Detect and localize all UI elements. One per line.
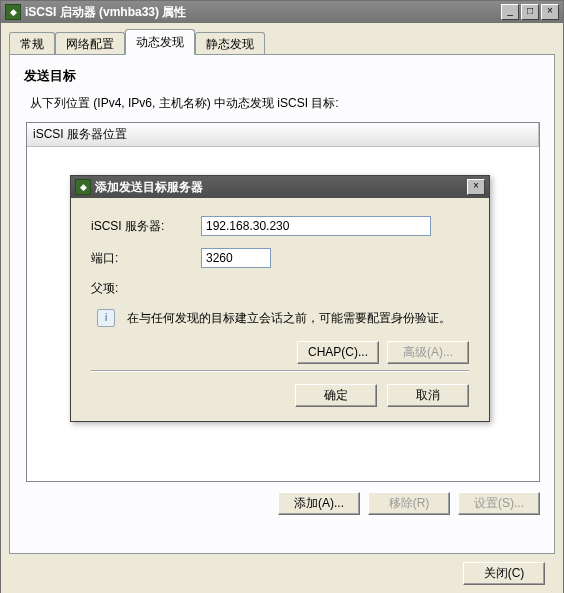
tab-general[interactable]: 常规 bbox=[9, 32, 55, 56]
iscsi-server-input[interactable] bbox=[201, 216, 431, 236]
app-icon: ◆ bbox=[75, 179, 91, 195]
instruction-text: 从下列位置 (IPv4, IPv6, 主机名称) 中动态发现 iSCSI 目标: bbox=[24, 95, 540, 112]
grid-header: iSCSI 服务器位置 bbox=[27, 123, 539, 147]
tab-dynamic-discovery[interactable]: 动态发现 bbox=[125, 29, 195, 55]
settings-button: 设置(S)... bbox=[458, 492, 540, 515]
tab-network[interactable]: 网络配置 bbox=[55, 32, 125, 56]
port-input[interactable] bbox=[201, 248, 271, 268]
close-button[interactable]: 关闭(C) bbox=[463, 562, 545, 585]
tab-bar: 常规 网络配置 动态发现 静态发现 bbox=[9, 29, 555, 55]
close-window-button[interactable]: × bbox=[541, 4, 559, 20]
info-icon: i bbox=[97, 309, 115, 327]
port-label: 端口: bbox=[91, 250, 201, 267]
window-title: iSCSI 启动器 (vmhba33) 属性 bbox=[25, 4, 499, 21]
parent-label: 父项: bbox=[91, 280, 201, 297]
iscsi-server-label: iSCSI 服务器: bbox=[91, 218, 201, 235]
section-heading: 发送目标 bbox=[24, 67, 540, 85]
cancel-button[interactable]: 取消 bbox=[387, 384, 469, 407]
app-icon: ◆ bbox=[5, 4, 21, 20]
remove-button: 移除(R) bbox=[368, 492, 450, 515]
add-target-server-dialog: ◆ 添加发送目标服务器 × iSCSI 服务器: 端口: 父项: i 在与任何发… bbox=[70, 175, 490, 422]
modal-close-button[interactable]: × bbox=[467, 179, 485, 195]
chap-button[interactable]: CHAP(C)... bbox=[297, 341, 379, 364]
advanced-button: 高级(A)... bbox=[387, 341, 469, 364]
modal-titlebar[interactable]: ◆ 添加发送目标服务器 × bbox=[71, 176, 489, 198]
separator bbox=[91, 370, 469, 372]
minimize-button[interactable]: _ bbox=[501, 4, 519, 20]
window-titlebar[interactable]: ◆ iSCSI 启动器 (vmhba33) 属性 _ □ × bbox=[1, 1, 563, 23]
column-header-location[interactable]: iSCSI 服务器位置 bbox=[27, 123, 539, 146]
modal-title: 添加发送目标服务器 bbox=[95, 179, 465, 196]
ok-button[interactable]: 确定 bbox=[295, 384, 377, 407]
maximize-button[interactable]: □ bbox=[521, 4, 539, 20]
auth-note: 在与任何发现的目标建立会话之前，可能需要配置身份验证。 bbox=[127, 309, 469, 327]
tab-static-discovery[interactable]: 静态发现 bbox=[195, 32, 265, 56]
add-button[interactable]: 添加(A)... bbox=[278, 492, 360, 515]
iscsi-properties-window: ◆ iSCSI 启动器 (vmhba33) 属性 _ □ × 常规 网络配置 动… bbox=[0, 0, 564, 593]
